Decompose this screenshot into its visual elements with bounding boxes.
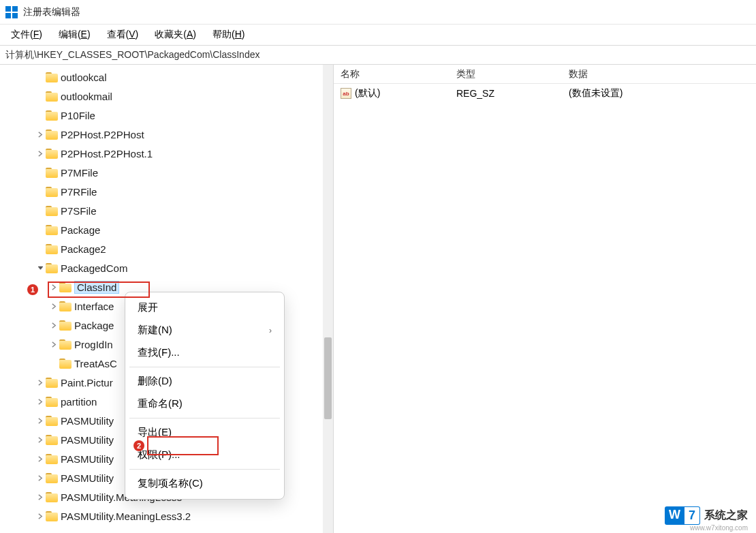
tree-item-label: P7RFile <box>61 186 97 198</box>
cm-rename[interactable]: 重命名(R) <box>129 393 280 415</box>
tree-item[interactable]: P7MFile <box>0 163 333 182</box>
cm-export[interactable]: 导出(E) <box>129 421 280 444</box>
watermark: W7 系统之家 <box>665 506 748 525</box>
tree-item-label: ProgIdIn <box>74 339 113 350</box>
annotation-badge-2: 2 <box>133 440 144 451</box>
watermark-url: www.w7xitong.com <box>690 524 748 532</box>
tree-item[interactable]: PackagedCom <box>0 258 333 277</box>
folder-icon <box>46 168 58 178</box>
folder-icon <box>46 263 58 273</box>
chevron-right-icon <box>49 359 59 368</box>
cm-find[interactable]: 查找(F)... <box>129 341 280 364</box>
tree-item-label: PASMUtility.MeaningLess3.2 <box>61 511 191 522</box>
cm-copy-key-name[interactable]: 复制项名称(C) <box>129 472 280 495</box>
folder-icon <box>46 149 58 159</box>
tree-item-label: Interface <box>74 301 114 312</box>
chevron-right-icon[interactable] <box>35 378 45 387</box>
tree-item-label: Paint.Pictur <box>61 377 113 389</box>
folder-icon <box>59 301 72 311</box>
chevron-right-icon <box>35 91 45 101</box>
menu-favorites[interactable]: 收藏夹(A) <box>148 26 203 44</box>
col-type[interactable]: 类型 <box>450 68 562 80</box>
chevron-right-icon[interactable] <box>35 130 45 139</box>
cm-separator <box>129 367 280 367</box>
menu-view[interactable]: 查看(V) <box>100 26 146 44</box>
folder-icon <box>46 130 58 140</box>
tree-item[interactable]: Package <box>0 220 333 239</box>
chevron-right-icon[interactable] <box>35 511 45 521</box>
chevron-right-icon <box>35 187 45 196</box>
chevron-right-icon <box>35 72 45 82</box>
tree-item[interactable]: outlookmail <box>0 87 333 106</box>
folder-icon <box>46 72 58 82</box>
string-value-icon: ab <box>341 88 351 99</box>
tree-item[interactable]: Package2 <box>0 239 333 258</box>
tree-item[interactable]: outlookcal <box>0 67 333 87</box>
folder-icon <box>59 359 72 369</box>
chevron-right-icon <box>35 110 45 120</box>
value-data: (数值未设置) <box>562 87 629 100</box>
chevron-right-icon <box>35 206 45 215</box>
values-panel: 名称 类型 数据 ab (默认) REG_SZ (数值未设置) <box>334 65 756 533</box>
address-bar[interactable]: 计算机\HKEY_CLASSES_ROOT\PackagedCom\ClassI… <box>0 45 756 65</box>
menu-help[interactable]: 帮助(H) <box>206 26 251 44</box>
cm-delete[interactable]: 删除(D) <box>129 370 280 393</box>
folder-icon <box>46 435 58 445</box>
tree-item[interactable]: P10File <box>0 106 333 125</box>
chevron-right-icon[interactable] <box>49 282 59 292</box>
value-type: REG_SZ <box>450 88 562 99</box>
chevron-right-icon[interactable] <box>35 454 45 463</box>
menubar: 文件(F) 编辑(E) 查看(V) 收藏夹(A) 帮助(H) <box>0 25 756 45</box>
tree-item[interactable]: P2PHost.P2PHost.1 <box>0 144 333 163</box>
tree-item-label: PASMUtility <box>61 415 114 427</box>
tree-item-label: ClassInd <box>74 281 119 294</box>
cm-separator <box>129 418 280 418</box>
cm-expand[interactable]: 展开 <box>129 296 280 319</box>
chevron-right-icon[interactable] <box>49 339 59 349</box>
folder-icon <box>46 244 58 254</box>
main-area: outlookcaloutlookmailP10FileP2PHost.P2PH… <box>0 65 756 533</box>
folder-icon <box>46 187 58 197</box>
tree-item[interactable]: P7SFile <box>0 201 333 220</box>
folder-icon <box>46 397 58 407</box>
chevron-right-icon[interactable] <box>49 301 59 311</box>
watermark-logo-icon: W7 <box>665 506 700 525</box>
menu-file[interactable]: 文件(F) <box>4 26 49 44</box>
tree-item-label: P2PHost.P2PHost.1 <box>61 148 153 159</box>
tree-item-label: PASMUtility <box>61 472 114 484</box>
list-row[interactable]: ab (默认) REG_SZ (数值未设置) <box>334 84 756 103</box>
menu-edit[interactable]: 编辑(E) <box>52 26 97 44</box>
tree-item-label: PASMUtility <box>61 434 114 446</box>
window-title: 注册表编辑器 <box>23 6 80 18</box>
chevron-right-icon[interactable] <box>35 473 45 483</box>
chevron-right-icon[interactable] <box>35 149 45 158</box>
folder-icon <box>46 225 58 235</box>
path-text: 计算机\HKEY_CLASSES_ROOT\PackagedCom\ClassI… <box>5 49 259 61</box>
folder-icon <box>46 378 58 388</box>
cm-permissions[interactable]: 权限(P)... <box>129 444 280 466</box>
chevron-right-icon <box>35 225 45 234</box>
tree-item-label: P7MFile <box>61 167 98 179</box>
tree-item[interactable]: P7RFile <box>0 182 333 201</box>
tree-item[interactable]: PASMUtility.MeaningLess3.2 <box>0 506 333 526</box>
scroll-thumb[interactable] <box>324 337 332 419</box>
chevron-right-icon[interactable] <box>35 397 45 406</box>
folder-icon <box>46 511 58 521</box>
folder-icon <box>59 282 72 292</box>
col-data[interactable]: 数据 <box>562 68 595 80</box>
tree-scrollbar[interactable] <box>323 65 333 533</box>
folder-icon <box>46 206 58 216</box>
chevron-right-icon <box>35 244 45 254</box>
annotation-badge-1: 1 <box>27 284 38 295</box>
chevron-down-icon[interactable] <box>35 263 45 273</box>
chevron-right-icon[interactable] <box>35 435 45 444</box>
tree-item-label: outlookcal <box>61 72 107 83</box>
chevron-right-icon[interactable] <box>35 492 45 502</box>
folder-icon <box>46 91 58 102</box>
cm-new[interactable]: 新建(N)› <box>129 319 280 341</box>
chevron-right-icon[interactable] <box>35 416 45 425</box>
tree-item[interactable]: P2PHost.P2PHost <box>0 125 333 144</box>
chevron-right-icon[interactable] <box>49 320 59 330</box>
col-name[interactable]: 名称 <box>334 68 450 80</box>
chevron-right-icon: › <box>269 326 272 335</box>
